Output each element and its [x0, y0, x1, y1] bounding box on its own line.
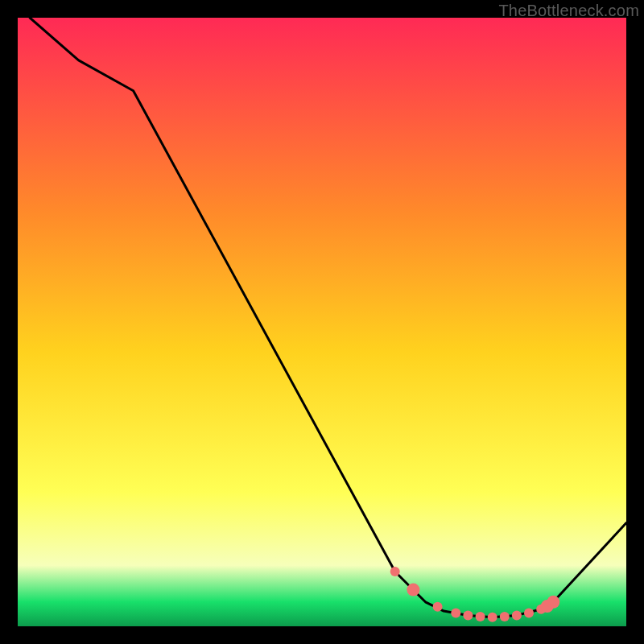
- plot-area: [18, 18, 626, 626]
- bottleneck-curve: [30, 18, 626, 617]
- highlight-dot: [488, 613, 497, 622]
- highlight-dot: [500, 612, 510, 621]
- highlight-dot: [433, 602, 443, 612]
- highlight-dot: [547, 596, 559, 609]
- attribution-text: TheBottleneck.com: [498, 2, 639, 20]
- highlight-dot: [463, 610, 473, 620]
- highlight-dot: [407, 584, 419, 597]
- highlight-dot: [512, 610, 522, 620]
- highlight-dot: [390, 567, 400, 576]
- highlight-dot: [476, 612, 485, 621]
- highlight-dots: [390, 567, 560, 622]
- chart-frame: TheBottleneck.com: [0, 0, 644, 644]
- highlight-dot: [451, 608, 460, 617]
- chart-svg: [18, 18, 626, 626]
- highlight-dot: [524, 608, 534, 617]
